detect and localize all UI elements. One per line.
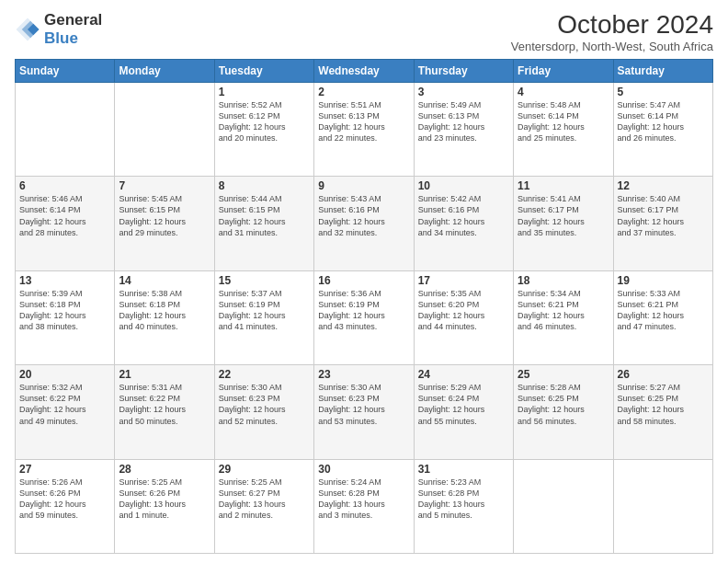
calendar-cell: 25Sunrise: 5:28 AM Sunset: 6:25 PM Dayli… <box>514 365 613 459</box>
day-number: 25 <box>518 368 609 381</box>
calendar-day-header: Tuesday <box>214 59 313 82</box>
logo-line2: Blue <box>44 29 102 48</box>
calendar-week-row: 6Sunrise: 5:46 AM Sunset: 6:14 PM Daylig… <box>16 177 713 270</box>
day-info: Sunrise: 5:24 AM Sunset: 6:28 PM Dayligh… <box>318 477 409 522</box>
day-number: 7 <box>119 179 210 192</box>
day-info: Sunrise: 5:39 AM Sunset: 6:18 PM Dayligh… <box>19 288 110 333</box>
calendar-week-row: 27Sunrise: 5:26 AM Sunset: 6:26 PM Dayli… <box>16 459 713 553</box>
calendar-cell: 28Sunrise: 5:25 AM Sunset: 6:26 PM Dayli… <box>115 459 214 553</box>
header: General Blue October 2024 Ventersdorp, N… <box>15 11 713 53</box>
day-info: Sunrise: 5:42 AM Sunset: 6:16 PM Dayligh… <box>418 193 509 238</box>
day-info: Sunrise: 5:33 AM Sunset: 6:21 PM Dayligh… <box>618 288 709 333</box>
calendar-cell: 5Sunrise: 5:47 AM Sunset: 6:14 PM Daylig… <box>613 82 712 176</box>
day-number: 1 <box>219 86 310 98</box>
day-number: 28 <box>119 463 210 476</box>
day-info: Sunrise: 5:46 AM Sunset: 6:14 PM Dayligh… <box>19 193 110 238</box>
day-info: Sunrise: 5:45 AM Sunset: 6:15 PM Dayligh… <box>119 193 210 238</box>
day-number: 14 <box>119 274 210 287</box>
calendar-cell: 4Sunrise: 5:48 AM Sunset: 6:14 PM Daylig… <box>514 82 613 176</box>
day-number: 18 <box>518 274 609 287</box>
calendar-week-row: 13Sunrise: 5:39 AM Sunset: 6:18 PM Dayli… <box>16 270 713 364</box>
day-number: 19 <box>618 274 709 287</box>
logo-line1: General <box>44 11 102 29</box>
day-number: 26 <box>618 368 709 381</box>
day-info: Sunrise: 5:35 AM Sunset: 6:20 PM Dayligh… <box>418 288 509 333</box>
calendar-cell: 22Sunrise: 5:30 AM Sunset: 6:23 PM Dayli… <box>214 365 313 459</box>
calendar-day-header: Thursday <box>414 59 513 82</box>
day-number: 8 <box>219 179 310 192</box>
day-number: 12 <box>618 179 709 192</box>
day-info: Sunrise: 5:49 AM Sunset: 6:13 PM Dayligh… <box>418 99 509 144</box>
day-number: 29 <box>219 463 310 476</box>
day-info: Sunrise: 5:47 AM Sunset: 6:14 PM Dayligh… <box>618 99 709 144</box>
calendar-day-header: Wednesday <box>314 59 414 82</box>
month-title: October 2024 <box>511 11 713 40</box>
day-info: Sunrise: 5:41 AM Sunset: 6:17 PM Dayligh… <box>518 193 609 238</box>
calendar-cell <box>16 82 115 176</box>
day-info: Sunrise: 5:37 AM Sunset: 6:19 PM Dayligh… <box>219 288 310 333</box>
day-info: Sunrise: 5:28 AM Sunset: 6:25 PM Dayligh… <box>518 382 609 427</box>
location-subtitle: Ventersdorp, North-West, South Africa <box>511 40 713 53</box>
calendar-cell: 7Sunrise: 5:45 AM Sunset: 6:15 PM Daylig… <box>115 177 214 270</box>
day-info: Sunrise: 5:48 AM Sunset: 6:14 PM Dayligh… <box>518 99 609 144</box>
calendar-cell: 30Sunrise: 5:24 AM Sunset: 6:28 PM Dayli… <box>314 459 414 553</box>
calendar-cell: 8Sunrise: 5:44 AM Sunset: 6:15 PM Daylig… <box>214 177 313 270</box>
day-number: 6 <box>19 179 110 192</box>
day-info: Sunrise: 5:44 AM Sunset: 6:15 PM Dayligh… <box>219 193 310 238</box>
day-info: Sunrise: 5:38 AM Sunset: 6:18 PM Dayligh… <box>119 288 210 333</box>
day-number: 20 <box>19 368 110 381</box>
calendar-cell: 11Sunrise: 5:41 AM Sunset: 6:17 PM Dayli… <box>514 177 613 270</box>
day-number: 13 <box>19 274 110 287</box>
calendar-cell: 27Sunrise: 5:26 AM Sunset: 6:26 PM Dayli… <box>16 459 115 553</box>
day-number: 4 <box>518 86 609 98</box>
day-number: 16 <box>318 274 409 287</box>
calendar-day-header: Monday <box>115 59 214 82</box>
calendar-cell <box>115 82 214 176</box>
day-info: Sunrise: 5:23 AM Sunset: 6:28 PM Dayligh… <box>418 477 509 522</box>
calendar-table: SundayMondayTuesdayWednesdayThursdayFrid… <box>15 59 713 554</box>
day-info: Sunrise: 5:30 AM Sunset: 6:23 PM Dayligh… <box>318 382 409 427</box>
day-info: Sunrise: 5:25 AM Sunset: 6:27 PM Dayligh… <box>219 477 310 522</box>
calendar-cell: 31Sunrise: 5:23 AM Sunset: 6:28 PM Dayli… <box>414 459 513 553</box>
day-number: 31 <box>418 463 509 476</box>
day-info: Sunrise: 5:25 AM Sunset: 6:26 PM Dayligh… <box>119 477 210 522</box>
calendar-cell: 23Sunrise: 5:30 AM Sunset: 6:23 PM Dayli… <box>314 365 414 459</box>
day-info: Sunrise: 5:29 AM Sunset: 6:24 PM Dayligh… <box>418 382 509 427</box>
calendar-cell: 6Sunrise: 5:46 AM Sunset: 6:14 PM Daylig… <box>16 177 115 270</box>
calendar-cell: 12Sunrise: 5:40 AM Sunset: 6:17 PM Dayli… <box>613 177 712 270</box>
calendar-cell: 29Sunrise: 5:25 AM Sunset: 6:27 PM Dayli… <box>214 459 313 553</box>
logo: General Blue <box>15 11 102 47</box>
calendar-cell: 16Sunrise: 5:36 AM Sunset: 6:19 PM Dayli… <box>314 270 414 364</box>
calendar-cell: 15Sunrise: 5:37 AM Sunset: 6:19 PM Dayli… <box>214 270 313 364</box>
day-info: Sunrise: 5:34 AM Sunset: 6:21 PM Dayligh… <box>518 288 609 333</box>
day-number: 5 <box>618 86 709 98</box>
day-number: 9 <box>318 179 409 192</box>
calendar-cell <box>514 459 613 553</box>
page: General Blue October 2024 Ventersdorp, N… <box>0 0 728 563</box>
calendar-cell: 9Sunrise: 5:43 AM Sunset: 6:16 PM Daylig… <box>314 177 414 270</box>
day-number: 27 <box>19 463 110 476</box>
day-number: 3 <box>418 86 509 98</box>
day-number: 24 <box>418 368 509 381</box>
calendar-cell: 13Sunrise: 5:39 AM Sunset: 6:18 PM Dayli… <box>16 270 115 364</box>
day-number: 22 <box>219 368 310 381</box>
calendar-cell <box>613 459 712 553</box>
day-info: Sunrise: 5:27 AM Sunset: 6:25 PM Dayligh… <box>618 382 709 427</box>
calendar-cell: 1Sunrise: 5:52 AM Sunset: 6:12 PM Daylig… <box>214 82 313 176</box>
day-info: Sunrise: 5:51 AM Sunset: 6:13 PM Dayligh… <box>318 99 409 144</box>
day-number: 11 <box>518 179 609 192</box>
calendar-day-header: Friday <box>514 59 613 82</box>
calendar-cell: 18Sunrise: 5:34 AM Sunset: 6:21 PM Dayli… <box>514 270 613 364</box>
logo-icon <box>15 17 40 42</box>
calendar-cell: 3Sunrise: 5:49 AM Sunset: 6:13 PM Daylig… <box>414 82 513 176</box>
calendar-cell: 24Sunrise: 5:29 AM Sunset: 6:24 PM Dayli… <box>414 365 513 459</box>
calendar-cell: 2Sunrise: 5:51 AM Sunset: 6:13 PM Daylig… <box>314 82 414 176</box>
day-number: 21 <box>119 368 210 381</box>
calendar-cell: 21Sunrise: 5:31 AM Sunset: 6:22 PM Dayli… <box>115 365 214 459</box>
calendar-day-header: Sunday <box>16 59 115 82</box>
day-number: 23 <box>318 368 409 381</box>
day-info: Sunrise: 5:36 AM Sunset: 6:19 PM Dayligh… <box>318 288 409 333</box>
calendar-cell: 20Sunrise: 5:32 AM Sunset: 6:22 PM Dayli… <box>16 365 115 459</box>
day-info: Sunrise: 5:52 AM Sunset: 6:12 PM Dayligh… <box>219 99 310 144</box>
calendar-cell: 19Sunrise: 5:33 AM Sunset: 6:21 PM Dayli… <box>613 270 712 364</box>
